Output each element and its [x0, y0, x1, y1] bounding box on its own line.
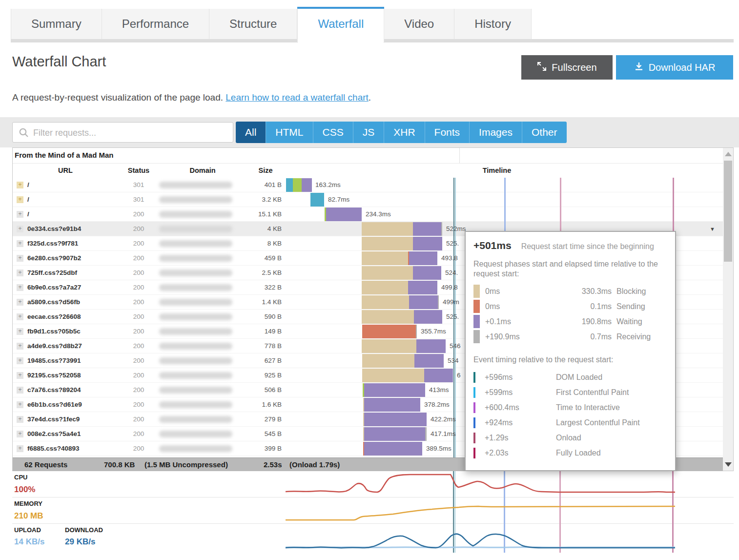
expand-request-icon[interactable]: +: [17, 226, 23, 232]
expand-request-icon[interactable]: +: [17, 196, 23, 203]
tooltip-start-desc: Request start time since the beginning: [521, 242, 654, 251]
expand-request-icon[interactable]: +: [17, 328, 23, 335]
phase-name: Receiving: [616, 332, 667, 341]
timeline-bar-blocking: [362, 251, 408, 265]
timeline-bar-dns: [293, 178, 302, 192]
request-url: eecae.css?26608: [27, 313, 81, 320]
phase-duration: 0.7ms: [528, 332, 612, 341]
request-size: 627 B: [223, 357, 282, 364]
request-domain-redacted: [159, 401, 232, 408]
tab-waterfall[interactable]: Waterfall: [297, 9, 384, 43]
fullscreen-label: Fullscreen: [552, 62, 596, 73]
request-status: 200: [119, 401, 158, 408]
scrollbar-thumb[interactable]: [724, 161, 732, 262]
event-name: First Contentful Paint: [556, 388, 667, 397]
tab-summary[interactable]: Summary: [11, 9, 102, 39]
expand-request-icon[interactable]: +: [17, 284, 23, 291]
waterfall-page: SummaryPerformanceStructureWaterfallVide…: [0, 0, 739, 560]
fullscreen-button[interactable]: Fullscreen: [521, 55, 613, 80]
expand-request-icon[interactable]: +: [17, 240, 23, 247]
filter-button-css[interactable]: CSS: [313, 122, 353, 143]
request-size: 545 B: [223, 430, 282, 437]
event-time: +600.4ms: [485, 403, 547, 412]
event-color-tick: [473, 372, 475, 383]
timeline-bar-waiting: [413, 222, 441, 236]
timeline-bar-waiting: [364, 383, 425, 397]
resource-graphs: [12, 471, 723, 553]
table-row[interactable]: +/20015.1 KB234.3ms: [13, 207, 723, 222]
timeline-bar-waiting: [409, 295, 438, 309]
table-row[interactable]: +/3013.2 KB82.7ms: [13, 192, 723, 207]
request-status: 200: [119, 210, 158, 218]
expand-request-icon[interactable]: +: [17, 313, 23, 320]
footer-size-note: (1.5 MB Uncompressed): [144, 460, 228, 469]
filter-button-fonts[interactable]: Fonts: [425, 122, 470, 143]
expand-request-icon[interactable]: +: [17, 416, 23, 423]
tooltip-event-list: +596msDOM Loaded+599msFirst Contentful P…: [473, 370, 667, 460]
row-options-caret[interactable]: ▼: [710, 226, 715, 232]
expand-request-icon[interactable]: +: [17, 255, 23, 262]
filter-button-all[interactable]: All: [236, 122, 266, 143]
phase-duration: 330.3ms: [528, 287, 612, 296]
download-har-button[interactable]: Download HAR: [616, 55, 733, 80]
filter-button-images[interactable]: Images: [470, 122, 522, 143]
phase-duration: 0.1ms: [528, 302, 612, 311]
request-domain-redacted: [159, 240, 232, 247]
scrollbar-up-arrow[interactable]: [725, 152, 732, 156]
timeline-bar-blocking: [362, 369, 424, 382]
expand-request-icon[interactable]: +: [17, 299, 23, 306]
event-color-tick: [473, 433, 475, 443]
expand-request-icon[interactable]: +: [17, 270, 23, 276]
request-domain-redacted: [159, 328, 232, 335]
request-size: 506 B: [223, 386, 282, 394]
filter-button-html[interactable]: HTML: [266, 122, 313, 143]
request-size: 778 B: [223, 342, 282, 350]
tab-video[interactable]: Video: [384, 9, 454, 39]
expand-request-icon[interactable]: +: [17, 372, 23, 379]
phase-color-swatch: [473, 315, 480, 328]
scrollbar[interactable]: [723, 148, 733, 471]
request-domain-redacted: [159, 284, 232, 291]
footer-requests: 62 Requests: [24, 460, 67, 469]
request-domain-redacted: [159, 372, 232, 379]
event-color-tick: [473, 402, 475, 413]
request-size: 4 KB: [223, 225, 282, 232]
expand-request-icon[interactable]: +: [17, 387, 23, 394]
request-size: 590 B: [223, 313, 282, 320]
expand-request-icon[interactable]: +: [17, 431, 23, 437]
filter-requests-input[interactable]: [32, 123, 229, 143]
scrollbar-down-arrow[interactable]: [725, 462, 732, 467]
tab-structure[interactable]: Structure: [209, 9, 297, 39]
table-row[interactable]: +/301401 B163.2ms: [13, 178, 723, 192]
request-size: 925 B: [223, 372, 282, 379]
request-domain-redacted: [159, 313, 232, 320]
column-header-row: URL Status Domain Size Timeline: [13, 163, 723, 178]
tab-history[interactable]: History: [454, 9, 532, 39]
request-status: 200: [119, 372, 158, 379]
expand-request-icon[interactable]: +: [17, 182, 23, 188]
request-url: e6b1b.css?d61e9: [27, 401, 82, 408]
request-domain-redacted: [159, 226, 232, 232]
request-status: 200: [119, 445, 158, 452]
expand-request-icon[interactable]: +: [17, 211, 23, 218]
timeline-bar-waiting: [413, 266, 441, 280]
expand-request-icon[interactable]: +: [17, 401, 23, 408]
phase-name: Waiting: [616, 317, 667, 326]
request-status: 200: [119, 313, 158, 320]
filter-button-js[interactable]: JS: [353, 122, 385, 143]
timeline-duration-label: 163.2ms: [315, 181, 341, 188]
column-domain: Domain: [189, 166, 215, 174]
filter-button-xhr[interactable]: XHR: [384, 122, 425, 143]
expand-request-icon[interactable]: +: [17, 445, 23, 452]
search-box: [12, 122, 233, 143]
filter-button-other[interactable]: Other: [522, 122, 567, 143]
expand-request-icon[interactable]: +: [17, 343, 23, 350]
timeline-duration-label: 522ms: [446, 225, 466, 232]
request-domain-redacted: [159, 255, 232, 262]
tab-performance[interactable]: Performance: [102, 9, 209, 39]
waterfall-help-link[interactable]: Learn how to read a waterfall chart: [226, 92, 369, 103]
event-name: Time to Interactive: [556, 403, 667, 412]
request-status: 200: [119, 254, 158, 262]
request-url: 6e280.css?907b2: [27, 254, 81, 262]
expand-request-icon[interactable]: +: [17, 357, 23, 364]
